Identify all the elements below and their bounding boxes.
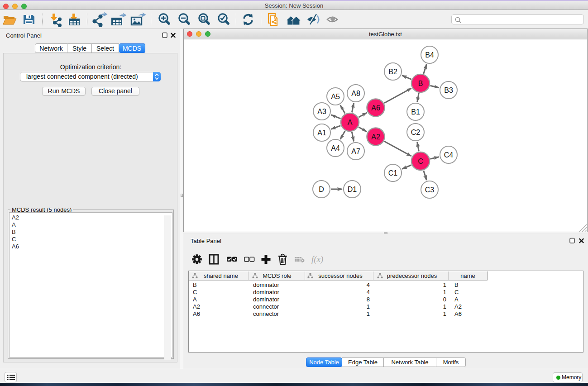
- svg-text:B3: B3: [444, 86, 453, 94]
- svg-text:A8: A8: [351, 90, 360, 97]
- svg-text:A7: A7: [351, 148, 360, 155]
- svg-text:D: D: [319, 186, 324, 193]
- svg-text:A: A: [348, 119, 353, 126]
- svg-text:C: C: [418, 157, 423, 165]
- svg-text:D1: D1: [348, 186, 357, 193]
- svg-text:A1: A1: [317, 129, 326, 137]
- svg-text:C3: C3: [425, 186, 435, 194]
- svg-text:B1: B1: [411, 108, 420, 116]
- svg-text:A6: A6: [371, 104, 380, 112]
- svg-text:C2: C2: [411, 129, 421, 136]
- svg-text:B: B: [418, 80, 423, 87]
- svg-text:B2: B2: [388, 68, 397, 76]
- svg-text:A5: A5: [331, 93, 340, 100]
- svg-text:A4: A4: [331, 144, 340, 152]
- svg-text:C1: C1: [388, 169, 398, 177]
- svg-text:A3: A3: [317, 108, 326, 115]
- svg-text:A2: A2: [371, 133, 380, 141]
- svg-text:B4: B4: [425, 51, 434, 59]
- svg-text:C4: C4: [444, 151, 454, 159]
